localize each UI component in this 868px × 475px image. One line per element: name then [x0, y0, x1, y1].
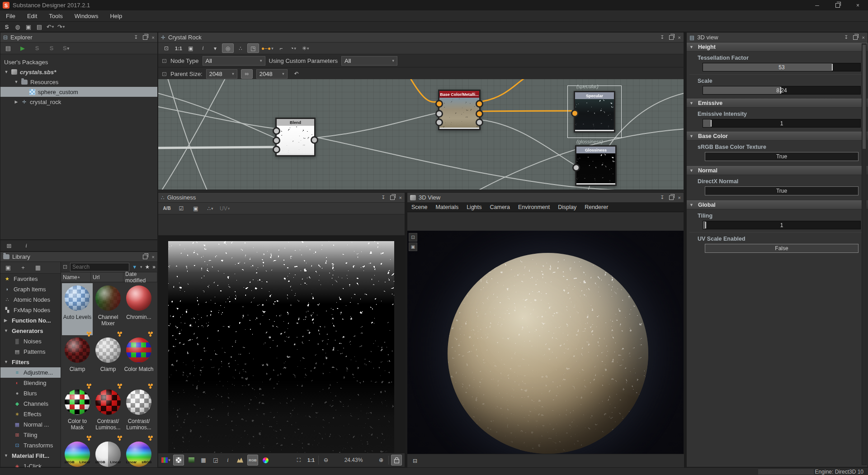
basecolor-input-port-1[interactable] — [435, 100, 443, 108]
section-height[interactable]: ▼Height — [687, 43, 868, 52]
srgb-base-color-toggle[interactable]: True — [705, 152, 859, 161]
node-blend[interactable]: Blend — [275, 118, 316, 157]
filter-caret-icon[interactable]: ▾ — [140, 265, 142, 269]
thumb-clamp-1[interactable]: Clamp — [62, 335, 93, 387]
open-url-icon[interactable]: ◍ — [13, 23, 23, 31]
section-normal[interactable]: ▼Normal — [687, 166, 868, 175]
more-chevrons-icon[interactable]: » — [152, 264, 156, 270]
basecolor-output-port-2[interactable] — [476, 110, 483, 118]
category-channels[interactable]: ◆Channels — [0, 399, 61, 409]
tiling-preview-icon[interactable]: ◲ — [211, 455, 221, 465]
graph-settings-gear-icon[interactable]: ✳▾ — [300, 44, 311, 52]
category-one-click[interactable]: ◈1-Click — [0, 461, 61, 467]
frame-selection-icon[interactable]: ◳ — [247, 43, 259, 53]
open-file-icon[interactable]: ▣ — [24, 23, 33, 31]
link-size-icon[interactable]: ∞ — [241, 69, 253, 79]
properties-scrollbar[interactable] — [862, 43, 867, 465]
category-function-nodes[interactable]: ▶Function No... — [0, 315, 61, 326]
redo-icon[interactable]: ↷▾ — [56, 23, 66, 31]
properties-float-icon[interactable] — [853, 35, 858, 40]
publish-play-icon[interactable]: ▶ — [18, 44, 28, 52]
view3d-menu-lights[interactable]: Lights — [462, 204, 486, 210]
background-checker-icon[interactable] — [173, 455, 184, 466]
thumb-contrast-luminosity-2[interactable]: Contrast/ Luminos... — [123, 387, 154, 439]
section-base-color[interactable]: ▼Base Color — [687, 132, 868, 141]
blend-input-port-2[interactable] — [273, 137, 280, 144]
node-type-select[interactable]: All▾ — [203, 56, 265, 66]
category-material-filters[interactable]: ▼Material Filt... — [0, 451, 61, 461]
timer-icon[interactable]: ◔▾ — [288, 44, 299, 52]
properties-header[interactable]: ▤ 3D view ↧ × — [687, 33, 868, 43]
favorites-star-icon[interactable]: ★ — [145, 264, 150, 270]
lock-zoom-icon[interactable] — [391, 455, 402, 466]
view3d-menu-materials[interactable]: Materials — [431, 204, 462, 210]
category-tiling[interactable]: ⊞Tiling — [0, 430, 61, 440]
tree-item-sphere-custom[interactable]: sphere_custom — [0, 87, 157, 97]
basecolor-output-port-1[interactable] — [476, 100, 483, 108]
thumb-srgb-linear-2[interactable]: sRGBLinear — [93, 439, 123, 467]
specular-input-port[interactable] — [571, 109, 579, 117]
custom-params-select[interactable]: All▾ — [341, 56, 397, 66]
ab-compare-icon[interactable]: A/B — [162, 204, 172, 214]
fit-image-icon[interactable]: ⛶ — [294, 455, 304, 465]
uv-scale-enabled-toggle[interactable]: False — [705, 244, 859, 253]
close-button[interactable]: × — [848, 0, 868, 10]
tree-item-resources[interactable]: ▼ Resources — [0, 77, 157, 87]
view2d-float-icon[interactable] — [390, 195, 395, 200]
title-bar[interactable]: S Substance Designer 2017.2.1 ─ × — [0, 0, 868, 10]
viewport-camera-icon[interactable]: ▣ — [409, 242, 417, 251]
graph-close-icon[interactable]: × — [678, 35, 681, 40]
color-wheel-icon[interactable] — [260, 455, 270, 465]
graph-canvas[interactable]: Blend Base Color/Metalli... — [158, 79, 684, 190]
explorer-float-icon[interactable] — [143, 35, 147, 40]
minimize-button[interactable]: ─ — [807, 0, 827, 10]
parent-width-select[interactable]: 2048▾ — [206, 69, 237, 79]
basecolor-input-port-3[interactable] — [435, 119, 443, 126]
explorer-pin-icon[interactable]: ↧ — [134, 34, 138, 40]
splitter-center[interactable] — [405, 192, 407, 467]
thumb-srgb-linear-1[interactable]: sRGBLinear — [62, 439, 93, 467]
category-favorites[interactable]: ★Favorites — [0, 274, 61, 284]
viewport-expand-icon[interactable]: ⊡ — [409, 233, 417, 242]
export-sbsar3-icon[interactable]: S▾ — [61, 44, 71, 52]
library-float-icon[interactable] — [143, 255, 147, 259]
splitter-right[interactable] — [684, 32, 686, 467]
edit-filter-icon[interactable]: ▦ — [33, 263, 43, 271]
dock-info-icon[interactable]: i — [21, 242, 31, 250]
thumb-channel-mixer[interactable]: Channel Mixer — [93, 283, 123, 335]
zoom-out-icon[interactable]: ⊖ — [321, 455, 331, 465]
save-icon[interactable]: ▤ — [34, 23, 44, 31]
emissive-intensity-slider[interactable]: 1 — [703, 119, 861, 128]
category-noises[interactable]: ▒Noises — [0, 336, 61, 347]
category-filters[interactable]: ▼Filters — [0, 357, 61, 367]
restore-button[interactable] — [827, 0, 848, 10]
column-name[interactable]: Name▾ — [61, 272, 91, 282]
reset-size-icon[interactable]: ↶ — [291, 70, 302, 78]
thumb-contrast-luminosity-1[interactable]: Contrast/ Luminos... — [93, 387, 123, 439]
menu-windows[interactable]: Windows — [69, 10, 104, 21]
glossiness-input-port[interactable] — [572, 164, 580, 171]
gradient-background-icon[interactable] — [186, 455, 196, 465]
add-folder-icon[interactable]: ▣ — [3, 263, 13, 271]
add-icon[interactable]: + — [18, 263, 28, 271]
view3d-menu-scene[interactable]: Scene — [407, 204, 431, 210]
view3d-menu-display[interactable]: Display — [554, 204, 580, 210]
category-transforms[interactable]: ⊡Transforms — [0, 440, 61, 451]
view3d-menu-camera[interactable]: Camera — [486, 204, 514, 210]
blend-input-port-1[interactable] — [273, 127, 280, 135]
view2d-pin-icon[interactable]: ↧ — [381, 195, 385, 200]
view3d-close-icon[interactable]: × — [678, 195, 681, 200]
export-sbsar2-icon[interactable]: S — [47, 44, 57, 52]
connection-style-icon[interactable]: ●–●▾ — [260, 44, 274, 52]
basecolor-output-port-3[interactable] — [476, 119, 483, 126]
category-blending[interactable]: ◐Blending — [0, 378, 61, 388]
node-specular[interactable]: Specular — [574, 91, 615, 133]
scene-tree-icon[interactable]: ⊟ — [410, 456, 420, 466]
info-icon[interactable]: i — [198, 44, 208, 52]
histogram-icon[interactable] — [235, 455, 245, 465]
export-sbsar-icon[interactable]: S — [32, 44, 42, 52]
scale-slider[interactable]: 8.24 — [703, 86, 861, 95]
view2d-header[interactable]: ∴ Glossiness ↧ × — [158, 193, 405, 203]
actual-size-button[interactable]: 1:1 — [173, 44, 184, 52]
section-global[interactable]: ▼Global — [687, 200, 868, 209]
